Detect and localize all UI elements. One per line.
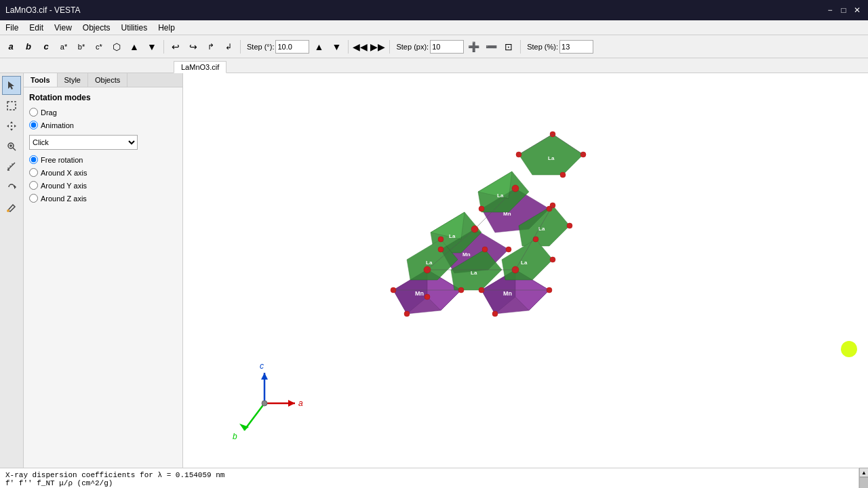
- polyhedra-button[interactable]: ⬡: [108, 39, 125, 55]
- tab-style[interactable]: Style: [58, 73, 88, 87]
- svg-line-10: [7, 163, 15, 170]
- viewport[interactable]: Mn Mn Mn Mn La La: [183, 73, 868, 468]
- axis-c-button[interactable]: c: [38, 39, 54, 55]
- around-z-label[interactable]: Around Z axis: [41, 195, 87, 203]
- around-z-radio[interactable]: [29, 194, 38, 203]
- zoom-tool-button[interactable]: [2, 137, 21, 156]
- svg-point-62: [550, 257, 555, 262]
- output-content: X-ray dispersion coefficients for λ = 0.…: [0, 468, 868, 488]
- animation-label[interactable]: Animation: [41, 121, 74, 129]
- title-bar: LaMnO3.cif - VESTA − □ ✕: [0, 0, 868, 20]
- tab-tools[interactable]: Tools: [24, 73, 58, 87]
- svg-marker-43: [519, 134, 583, 175]
- svg-rect-5: [11, 125, 12, 127]
- free-rotation-label[interactable]: Free rotation: [41, 156, 83, 164]
- tab-objects[interactable]: Objects: [88, 73, 127, 87]
- output-line2: f' f'' f_NT μ/ρ (cm^2/g): [5, 479, 854, 487]
- move-tool-button[interactable]: [2, 117, 21, 136]
- svg-marker-82: [288, 400, 295, 407]
- pan-right-button[interactable]: ▶▶: [370, 39, 386, 55]
- free-rotation-radio[interactable]: [29, 155, 38, 164]
- crystal-structure: Mn Mn Mn Mn La La: [373, 114, 631, 331]
- svg-text:Mn: Mn: [462, 251, 471, 258]
- zoom-fit-button[interactable]: ⊡: [500, 39, 517, 55]
- click-dropdown-row: Click Drag Auto: [29, 135, 177, 150]
- window-controls: − □ ✕: [825, 5, 863, 16]
- step-angle-up-button[interactable]: ▲: [311, 39, 327, 55]
- svg-text:La: La: [521, 260, 528, 266]
- step-pct-label: Step (%):: [527, 43, 558, 51]
- free-rotation-radio-group: Free rotation: [29, 155, 177, 164]
- rotate-tool-button[interactable]: [2, 178, 21, 197]
- svg-point-47: [404, 311, 410, 317]
- svg-point-59: [567, 223, 572, 228]
- axis-indicator: b a c: [220, 359, 309, 447]
- rotate-down-button[interactable]: ↲: [220, 39, 237, 55]
- svg-point-64: [438, 237, 443, 242]
- around-x-radio[interactable]: [29, 168, 38, 177]
- tools-panel-content: Rotation modes Drag Animation Click Drag…: [24, 87, 182, 468]
- toolbar: a b c a* b* c* ⬡ ▲ ▼ ↩ ↪ ↱ ↲ Step (°): ▲…: [0, 35, 868, 58]
- rotation-modes-title: Rotation modes: [29, 93, 177, 102]
- step-px-input[interactable]: [430, 40, 464, 54]
- drag-label[interactable]: Drag: [41, 108, 57, 117]
- animation-radio[interactable]: [29, 121, 38, 129]
- around-y-radio[interactable]: [29, 181, 38, 190]
- svg-text:La: La: [426, 260, 433, 266]
- select-tool-button[interactable]: [2, 76, 21, 95]
- menu-utilities[interactable]: Utilities: [116, 22, 153, 34]
- around-y-label[interactable]: Around Y axis: [41, 182, 87, 190]
- marquee-tool-button[interactable]: [2, 96, 21, 115]
- rotate-right-button[interactable]: ↪: [185, 39, 201, 55]
- rotate-left-button[interactable]: ↩: [167, 39, 184, 55]
- svg-line-7: [13, 148, 16, 150]
- pan-left-button[interactable]: ◀◀: [352, 39, 368, 55]
- step-pct-input[interactable]: [559, 40, 593, 54]
- svg-point-87: [262, 401, 267, 406]
- measure-tool-button[interactable]: [2, 157, 21, 176]
- file-tab[interactable]: LaMnO3.cif: [174, 61, 226, 73]
- svg-point-54: [506, 247, 511, 252]
- paint-tool-button[interactable]: [2, 198, 21, 217]
- svg-point-69: [425, 294, 430, 300]
- animation-mode-dropdown[interactable]: Click Drag Auto: [29, 135, 138, 150]
- svg-point-55: [438, 247, 443, 252]
- scroll-up-arrow[interactable]: ▲: [859, 468, 868, 477]
- axis-b-button[interactable]: b: [20, 39, 37, 55]
- menu-view[interactable]: View: [49, 22, 77, 34]
- minimize-button[interactable]: −: [825, 5, 835, 16]
- svg-rect-0: [7, 102, 16, 110]
- svg-text:a: a: [298, 399, 303, 408]
- svg-text:La: La: [449, 233, 456, 239]
- around-x-label[interactable]: Around X axis: [41, 169, 87, 177]
- svg-line-78: [244, 403, 264, 430]
- svg-marker-2: [10, 129, 13, 131]
- svg-marker-85: [261, 373, 268, 380]
- step-angle-down-button[interactable]: ▼: [328, 39, 344, 55]
- menu-objects[interactable]: Objects: [77, 22, 116, 34]
- close-button[interactable]: ✕: [852, 5, 863, 16]
- down-button[interactable]: ▼: [144, 39, 160, 55]
- scroll-thumb[interactable]: [859, 477, 868, 488]
- zoom-in-button[interactable]: ➕: [465, 39, 481, 55]
- drag-radio[interactable]: [29, 108, 38, 117]
- maximize-button[interactable]: □: [838, 5, 849, 16]
- axis-c-star-button[interactable]: c*: [91, 39, 107, 55]
- menu-help[interactable]: Help: [153, 22, 180, 34]
- cursor-indicator: [841, 341, 857, 357]
- step-angle-input[interactable]: [275, 40, 309, 54]
- axis-a-star-button[interactable]: a*: [56, 39, 72, 55]
- up-button[interactable]: ▲: [126, 39, 142, 55]
- vertical-scrollbar[interactable]: ▲ ▼: [859, 468, 868, 488]
- left-panel: Tools Style Objects Rotation modes Drag …: [24, 73, 183, 468]
- rotate-up-button[interactable]: ↱: [203, 39, 219, 55]
- title-bar-title: LaMnO3.cif - VESTA: [5, 5, 80, 15]
- menu-file[interactable]: File: [0, 22, 24, 34]
- axis-b-star-button[interactable]: b*: [73, 39, 90, 55]
- svg-point-63: [482, 247, 488, 252]
- svg-point-16: [7, 209, 9, 212]
- menu-edit[interactable]: Edit: [24, 22, 49, 34]
- around-z-radio-group: Around Z axis: [29, 194, 177, 203]
- zoom-out-button[interactable]: ➖: [483, 39, 499, 55]
- axis-a-button[interactable]: a: [3, 39, 19, 55]
